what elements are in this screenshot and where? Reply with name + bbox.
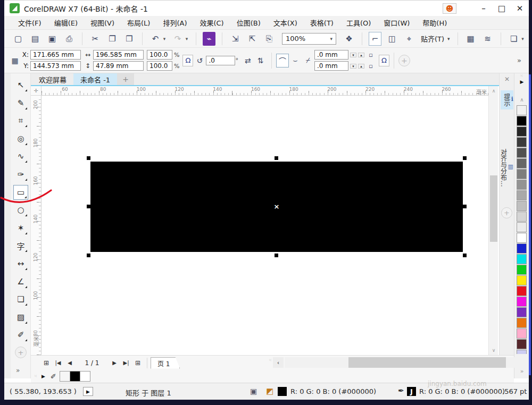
redo-button[interactable]: ↷ <box>171 32 184 46</box>
color-swatch[interactable] <box>517 148 527 158</box>
menu-item[interactable]: 效果(C) <box>193 18 230 28</box>
menu-item[interactable]: 布局(L) <box>121 18 156 28</box>
scrollbar-drag-handle[interactable]: ⁙ <box>269 358 272 362</box>
document-color-swatch[interactable] <box>70 371 80 382</box>
color-swatch[interactable] <box>517 116 527 126</box>
fill-color-swatch[interactable] <box>278 387 287 396</box>
copy-button[interactable]: ❐ <box>106 32 119 46</box>
relative-corner-icon[interactable]: ▫ <box>366 50 376 60</box>
spinner-up-icon[interactable]: ▴ <box>358 53 364 57</box>
rotation-angle-field[interactable]: .0 <box>206 56 235 65</box>
toolbox-overflow-button[interactable]: » <box>16 367 20 374</box>
color-swatch[interactable] <box>517 233 527 243</box>
polygon-tool[interactable]: ✶ <box>13 221 28 235</box>
propbar-overflow-button[interactable]: » <box>517 56 521 64</box>
shape-tool[interactable]: ✎ <box>13 96 28 111</box>
vertical-scrollbar[interactable]: ∧ ∨ <box>488 86 498 355</box>
selection-handle[interactable] <box>87 254 90 257</box>
color-swatch[interactable] <box>517 286 527 296</box>
menu-item[interactable]: 窗口(W) <box>377 18 416 28</box>
color-swatch[interactable] <box>517 222 527 232</box>
menu-item[interactable]: 表格(T) <box>304 18 340 28</box>
undo-dropdown[interactable]: ▾ <box>162 32 167 46</box>
status-flyout-button[interactable]: ▶ <box>83 387 93 396</box>
outline-pen-icon[interactable]: ✒ <box>398 386 404 395</box>
color-swatch[interactable] <box>517 328 527 339</box>
color-swatch[interactable] <box>517 137 527 147</box>
docker-add-button[interactable]: + <box>501 207 512 218</box>
selection-handle[interactable] <box>463 156 467 160</box>
scale-y-field[interactable]: 100.0 <box>147 61 172 71</box>
docker-tab-hints[interactable]: ℹ 提示 <box>501 90 513 109</box>
selection-handle[interactable] <box>463 205 467 208</box>
color-swatch[interactable] <box>517 190 527 200</box>
last-page-button[interactable]: ▶| <box>120 357 132 369</box>
scripts-button[interactable]: ≋ <box>481 32 494 46</box>
dimension-tool[interactable]: ↔ <box>13 256 28 271</box>
menu-item[interactable]: 工具(O) <box>340 18 377 28</box>
minimize-button[interactable]: – <box>475 2 493 15</box>
transparency-tool[interactable]: ▨ <box>13 310 28 325</box>
redo-dropdown[interactable]: ▾ <box>184 32 189 46</box>
app-launcher-button[interactable]: ⌁ <box>203 32 215 46</box>
toolbox-customize-button[interactable]: + <box>15 347 27 358</box>
docker-close-icon[interactable]: ✕ <box>502 75 512 84</box>
open-button[interactable]: ▤ <box>29 32 41 46</box>
add-page-button[interactable]: ⊞ <box>40 357 52 369</box>
tab-welcome-screen[interactable]: 欢迎屏幕 <box>32 73 73 85</box>
spinner-down-icon[interactable]: ▾ <box>350 53 356 57</box>
color-swatch[interactable] <box>517 307 527 317</box>
window-layout-dropdown[interactable]: ▾ <box>520 32 526 46</box>
new-document-tab-button[interactable]: + <box>117 73 134 85</box>
color-swatch[interactable] <box>517 318 527 328</box>
color-swatch[interactable] <box>517 243 527 254</box>
color-eyedropper-tool[interactable]: ✐ <box>13 327 28 342</box>
color-swatch[interactable] <box>517 297 527 307</box>
color-swatch[interactable] <box>517 169 527 179</box>
document-palette-handle[interactable]: ⁙ <box>34 374 37 378</box>
selection-handle[interactable] <box>87 156 90 160</box>
color-swatch[interactable] <box>517 275 527 285</box>
selection-handle[interactable] <box>463 254 467 257</box>
selection-handle[interactable] <box>275 156 278 160</box>
zoom-level-combo[interactable]: 100% ▾ <box>282 33 336 45</box>
color-swatch[interactable] <box>517 201 527 211</box>
freehand-tool[interactable]: ∿ <box>13 149 28 164</box>
scroll-left-button[interactable]: ‹ <box>273 357 284 368</box>
connector-tool[interactable]: ∠ <box>13 274 28 289</box>
snap-toggle[interactable]: ⌖ <box>403 32 415 46</box>
mirror-vertical-button[interactable]: ⇅ <box>254 54 267 68</box>
paste-button[interactable]: ❒ <box>123 32 136 46</box>
docker-tab-align[interactable]: ▥ 对齐与分布... <box>501 146 513 190</box>
options-button[interactable]: ▦ <box>464 32 477 46</box>
add-page-button[interactable]: ⊞ <box>132 357 144 369</box>
ruler-origin-icon[interactable]: ✛ <box>31 86 41 96</box>
document-color-swatch[interactable] <box>60 371 70 382</box>
cut-button[interactable]: ✂ <box>89 32 102 46</box>
selected-object[interactable]: × <box>87 156 467 257</box>
export-button[interactable]: ⇱ <box>246 32 259 46</box>
menu-item[interactable]: 文本(X) <box>267 18 304 28</box>
text-tool[interactable]: 字 <box>13 238 28 253</box>
new-document-button[interactable]: ▢ <box>12 32 24 46</box>
maximize-button[interactable]: □ <box>493 2 511 15</box>
object-height-field[interactable]: 47.89 mm <box>93 61 144 71</box>
menu-item[interactable]: 文件(F) <box>12 18 48 28</box>
menu-item[interactable]: 排列(A) <box>156 18 193 28</box>
horizontal-scrollbar-thumb[interactable] <box>348 357 506 368</box>
save-button[interactable]: ▣ <box>46 32 59 46</box>
scalloped-corner-button[interactable]: ⌣ <box>289 54 302 68</box>
window-layout-button[interactable]: ❏ <box>508 32 520 46</box>
undo-button[interactable]: ↶ <box>149 32 162 46</box>
pick-tool[interactable]: ↖ <box>13 78 28 92</box>
spinner-down-icon[interactable]: ▾ <box>350 64 356 69</box>
color-swatch[interactable] <box>517 180 527 190</box>
document-color-swatch[interactable] <box>80 371 90 382</box>
scale-x-field[interactable]: 100.0 <box>147 50 172 60</box>
color-swatch[interactable] <box>517 350 527 354</box>
selection-center-marker[interactable]: × <box>274 203 280 210</box>
crop-tool[interactable]: ⌗ <box>13 113 28 128</box>
mirror-horizontal-button[interactable]: ⇄ <box>242 54 254 68</box>
add-property-button[interactable]: + <box>398 55 410 66</box>
menu-item[interactable]: 编辑(E) <box>48 18 84 28</box>
